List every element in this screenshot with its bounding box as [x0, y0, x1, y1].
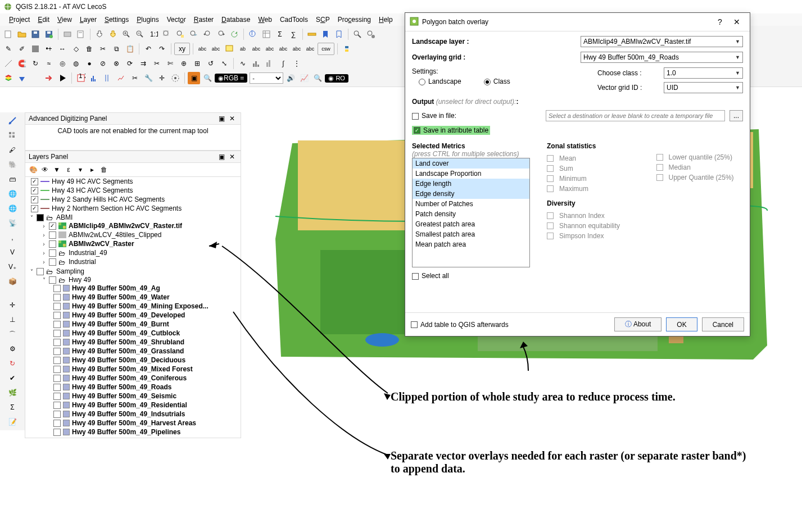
- group-checkbox[interactable]: [37, 214, 44, 221]
- identify-icon[interactable]: i: [247, 28, 259, 40]
- zoom-selection-icon[interactable]: [174, 28, 187, 40]
- layer-checkbox[interactable]: [49, 258, 56, 266]
- metric-option[interactable]: Land cover: [413, 158, 529, 169]
- paste-icon[interactable]: 📋: [124, 43, 136, 55]
- expand-toggle[interactable]: ›: [41, 250, 47, 256]
- reshape-icon[interactable]: ⟳: [124, 57, 136, 70]
- calc-icon[interactable]: 1 2: [75, 72, 87, 84]
- landscape-layer-combo[interactable]: ABMIclip49_ABMIw2wCV_Raster.tif▼: [581, 36, 743, 47]
- bookmark-icon[interactable]: [319, 28, 332, 40]
- layer-item[interactable]: Hwy 49 Buffer 500m_49_Roads: [72, 383, 171, 391]
- save-attr-checkbox[interactable]: Save in attribute table: [412, 126, 490, 135]
- chart-line-icon[interactable]: [115, 72, 128, 84]
- layer-item[interactable]: Hwy 43 HC AVC Segments: [52, 187, 133, 194]
- radio-landscape[interactable]: Landscape: [419, 78, 461, 85]
- menu-view[interactable]: View: [54, 15, 75, 25]
- save-edits-icon[interactable]: [29, 43, 42, 55]
- zoom-full-icon[interactable]: [161, 28, 173, 40]
- menu-vector[interactable]: Vector: [164, 15, 189, 25]
- layer-checkbox[interactable]: [53, 294, 61, 301]
- radio-class[interactable]: Class: [484, 78, 510, 85]
- layer-checkbox[interactable]: [53, 429, 61, 436]
- layer-item[interactable]: Hwy 49 Buffer 500m_49_Developed: [72, 311, 185, 319]
- layer-checkbox[interactable]: [53, 357, 61, 364]
- metric-option[interactable]: Smallest patch area: [413, 229, 529, 239]
- notes-icon[interactable]: 📝: [6, 416, 19, 428]
- new-geopackage-icon[interactable]: 📦: [6, 275, 19, 288]
- scp-search-icon[interactable]: 🔍: [201, 72, 214, 84]
- layer-checkbox[interactable]: [31, 205, 38, 212]
- save-as-icon[interactable]: [43, 28, 55, 40]
- edit-pen-icon[interactable]: ✐: [16, 43, 28, 55]
- chart-histogram-icon[interactable]: [88, 72, 101, 84]
- copy-icon[interactable]: ⧉: [110, 43, 123, 55]
- add-csv-icon[interactable]: ,: [6, 231, 19, 244]
- layer-checkbox[interactable]: [31, 178, 38, 185]
- label-layer-icon[interactable]: abc: [210, 43, 222, 55]
- new-shapefile-icon[interactable]: V₊: [6, 261, 19, 273]
- merge-icon[interactable]: ⊕: [178, 57, 190, 70]
- rotate-point-icon[interactable]: ↺: [205, 57, 217, 70]
- metric-option[interactable]: Edge density: [413, 189, 529, 199]
- layer-item[interactable]: Industrial: [69, 258, 96, 266]
- layer-checkbox[interactable]: [53, 348, 61, 355]
- metric-option[interactable]: Greatest patch area: [413, 219, 529, 229]
- layer-item[interactable]: Hwy 49 Buffer 500m_49_Burnt: [72, 320, 169, 328]
- layer-checkbox[interactable]: [49, 222, 56, 230]
- menu-help[interactable]: Help: [375, 15, 396, 25]
- label-pin-icon[interactable]: abc: [250, 43, 262, 55]
- menu-scp[interactable]: SCP: [312, 15, 333, 25]
- layer-checkbox[interactable]: [49, 249, 56, 257]
- layer-item[interactable]: Hwy 49 HC AVC Segments: [52, 178, 133, 185]
- layer-checkbox[interactable]: [53, 384, 61, 391]
- scissors-icon[interactable]: ✂: [129, 72, 141, 84]
- menu-web[interactable]: Web: [255, 15, 275, 25]
- wrench-icon[interactable]: 🔧: [142, 72, 155, 84]
- panel-float-icon[interactable]: ▣: [216, 115, 227, 122]
- gradient-icon[interactable]: [29, 72, 42, 84]
- group-checkbox[interactable]: [49, 276, 56, 284]
- python-console-icon[interactable]: [341, 43, 353, 55]
- target-icon[interactable]: [169, 72, 182, 84]
- add-virtual-icon[interactable]: V: [6, 246, 19, 258]
- cad-processing-icon[interactable]: ⚙: [6, 343, 19, 355]
- composer-manager-icon[interactable]: [75, 28, 87, 40]
- edit-pencil-icon[interactable]: ✎: [2, 43, 15, 55]
- layer-item[interactable]: Hwy 2 Sandy Hills HC AVC Segments: [52, 195, 165, 203]
- layer-checkbox[interactable]: [53, 375, 61, 382]
- collapse-all-icon[interactable]: ▸: [87, 165, 97, 175]
- pan-icon[interactable]: [93, 28, 106, 40]
- choose-class-combo[interactable]: 1.0▼: [664, 67, 743, 79]
- expand-all-icon[interactable]: ▾: [75, 165, 85, 175]
- undo-icon[interactable]: ↶: [142, 43, 155, 55]
- zoom-layer-icon[interactable]: [188, 28, 200, 40]
- label-rotate-icon[interactable]: abc: [291, 43, 303, 55]
- menu-layer[interactable]: Layer: [76, 15, 100, 25]
- layer-item[interactable]: Hwy 49 Buffer 500m_49_Deciduous: [72, 356, 185, 364]
- layer-checkbox[interactable]: [53, 285, 61, 292]
- group-hwy49[interactable]: Hwy 49: [69, 276, 91, 284]
- expand-toggle[interactable]: ›: [41, 232, 47, 238]
- chart-candle-icon[interactable]: [102, 72, 114, 84]
- scatter-icon[interactable]: ⋮: [291, 57, 303, 70]
- expand-toggle[interactable]: ›: [41, 223, 47, 229]
- show-bookmarks-icon[interactable]: [333, 28, 345, 40]
- hist2-icon[interactable]: [264, 57, 276, 70]
- expand-toggle[interactable]: ›: [41, 259, 47, 265]
- add-spatialite-icon[interactable]: 🗃: [6, 173, 19, 185]
- delete-part-icon[interactable]: ⊗: [110, 57, 123, 70]
- zoom-last-icon[interactable]: [201, 28, 214, 40]
- layer-checkbox[interactable]: [53, 420, 61, 427]
- add-vector-icon[interactable]: [6, 115, 19, 127]
- visibility-icon[interactable]: 👁: [40, 165, 50, 175]
- save-in-file-checkbox[interactable]: Save in file:: [412, 112, 541, 120]
- menu-plugins[interactable]: Plugins: [133, 15, 162, 25]
- layer-checkbox[interactable]: [31, 196, 38, 203]
- menu-edit[interactable]: Edit: [34, 15, 53, 25]
- help-button[interactable]: ?: [712, 16, 728, 28]
- curve-icon[interactable]: ∫: [277, 57, 289, 70]
- layer-item[interactable]: Hwy 49 Buffer 500m_49_Cutblock: [72, 329, 180, 337]
- label-move-icon[interactable]: abc: [277, 43, 289, 55]
- save-icon[interactable]: [29, 28, 42, 40]
- offset-point-icon[interactable]: ⤡: [218, 57, 230, 70]
